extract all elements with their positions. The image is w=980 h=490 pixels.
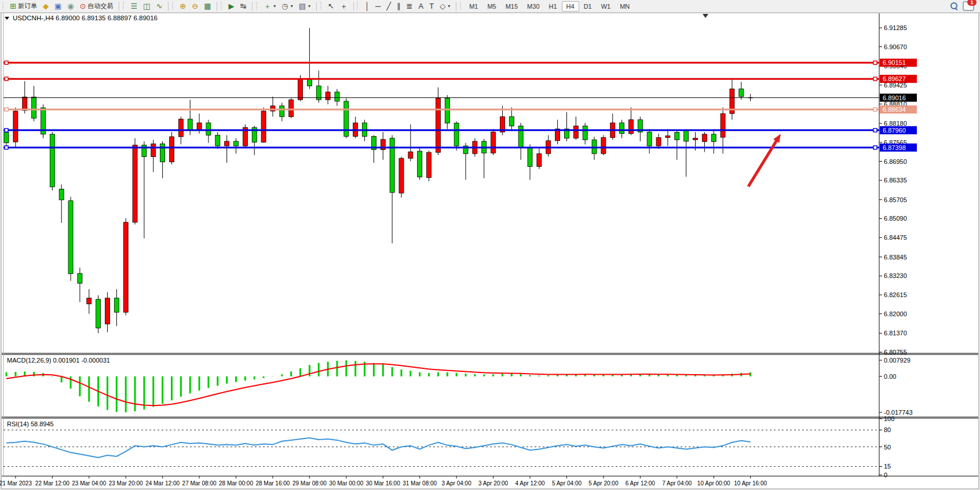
level-handle-right[interactable] (873, 77, 877, 81)
bar-chart-button[interactable]: ☰ (127, 1, 140, 11)
candle-body (280, 106, 284, 117)
candle-body (427, 152, 432, 178)
horizontal-line-button[interactable]: ─ (372, 1, 383, 11)
vertical-line-icon: │ (365, 2, 370, 10)
navigator-button[interactable]: ▣ (52, 1, 64, 11)
navigator-icon: ▣ (54, 2, 61, 10)
rsi-label: RSI(14) 58.8945 (7, 420, 54, 427)
candle-body (225, 141, 229, 146)
svg-text:6.80755: 6.80755 (884, 349, 907, 356)
candle-body (528, 148, 532, 167)
level-handle-right[interactable] (873, 146, 877, 149)
templates-caret-icon[interactable]: ▾ (308, 3, 310, 9)
candle-body (675, 133, 679, 140)
svg-text:100: 100 (884, 415, 894, 422)
candle-body (50, 134, 54, 187)
templates-button[interactable]: ▤▾ (296, 1, 313, 11)
candle-body (261, 111, 266, 142)
svg-text:6.85705: 6.85705 (884, 196, 907, 203)
candlestick-chart-button[interactable]: ◫ (140, 1, 153, 11)
timeframe-m1-button[interactable]: M1 (465, 1, 482, 12)
periods-caret-icon[interactable]: ▾ (291, 3, 293, 9)
new-order-label: 新订单 (18, 2, 37, 10)
vertical-line-button[interactable]: │ (362, 1, 372, 11)
periods-button[interactable]: ◷▾ (279, 1, 295, 11)
svg-text:6.83845: 6.83845 (884, 254, 907, 261)
svg-text:80: 80 (884, 426, 891, 433)
zoom-out-icon: ⊖ (192, 2, 198, 10)
trendline-button[interactable]: ╱ (383, 1, 394, 11)
level-handle-left[interactable] (5, 146, 8, 149)
timeframe-m15-button[interactable]: M15 (501, 1, 522, 12)
auto-trade-button[interactable]: ⊙自动交易 (77, 1, 116, 12)
candle-body (96, 299, 101, 328)
candle-body (628, 120, 633, 134)
level-handle-left[interactable] (5, 61, 8, 64)
chat-badge: 1 (967, 0, 977, 6)
level-handle-left[interactable] (5, 129, 8, 132)
auto-scroll-button[interactable]: ▶ (225, 1, 237, 11)
candle-body (32, 97, 36, 118)
timeframe-h1-button[interactable]: H1 (544, 1, 562, 12)
indicators-caret-icon[interactable]: ▾ (273, 3, 276, 9)
cursor-button[interactable]: ↖ (325, 1, 337, 11)
shapes-button[interactable]: ◇▾ (437, 1, 453, 11)
svg-text:6.84475: 6.84475 (884, 234, 907, 241)
price-tag-text: 6.88634 (883, 106, 906, 113)
svg-text:6.88180: 6.88180 (884, 120, 907, 127)
candle-body (509, 116, 514, 126)
level-handle-right[interactable] (873, 61, 877, 64)
tile-windows-button[interactable]: ▦ (201, 1, 214, 11)
profiles-button[interactable]: ◆ (40, 1, 52, 11)
timeframe-h4-button[interactable]: H4 (562, 1, 579, 12)
timeframe-mn-button[interactable]: MN (615, 1, 634, 12)
svg-text:6.86335: 6.86335 (884, 177, 907, 184)
timeframe-d1-button[interactable]: D1 (579, 1, 597, 12)
fibonacci-icon: ≣ (407, 2, 413, 10)
crosshair-button[interactable]: ＋ (337, 1, 350, 11)
candle-body (583, 126, 587, 140)
indicators-button[interactable]: ＋▾ (261, 1, 279, 11)
candle-body (665, 136, 670, 137)
text-button[interactable]: A (416, 1, 427, 11)
candle-body (133, 145, 137, 222)
price-tag-text: 6.89627 (883, 75, 906, 82)
time-axis-label: 30 Mar 00:00 (329, 480, 363, 487)
time-axis-label: 21 Mar 2023 (0, 480, 32, 487)
candle-body (105, 298, 109, 324)
price-tag-text: 6.89016 (883, 94, 906, 101)
candle-body (702, 134, 707, 142)
timeframe-m30-button[interactable]: M30 (522, 1, 544, 12)
candle-body (23, 97, 27, 110)
candle-body (4, 132, 9, 143)
chart-shift-button[interactable]: ↹ (237, 1, 249, 11)
level-handle-left[interactable] (5, 108, 8, 111)
svg-text:6.81370: 6.81370 (884, 330, 907, 337)
time-axis-label: 3 Apr 20:00 (478, 480, 509, 487)
timeframe-w1-button[interactable]: W1 (597, 1, 616, 12)
chat-icon[interactable]: 1 (963, 1, 974, 11)
bar-chart-icon: ☰ (130, 2, 137, 10)
equidistant-channel-button[interactable]: ∥ (394, 1, 404, 11)
price-chart-svg[interactable]: 6.912856.906706.900406.894256.888106.881… (0, 13, 980, 490)
zoom-in-button[interactable]: ⊕ (177, 1, 189, 11)
candle-body (491, 132, 496, 153)
fibonacci-button[interactable]: ≣ (404, 1, 416, 11)
search-icon[interactable] (950, 2, 958, 10)
timeframe-m5-button[interactable]: M5 (482, 1, 500, 12)
candle-body (335, 92, 339, 101)
line-chart-button[interactable]: ∿ (153, 1, 165, 11)
zoom-out-button[interactable]: ⊖ (189, 1, 201, 11)
level-handle-right[interactable] (873, 129, 877, 132)
level-handle-left[interactable] (5, 77, 8, 81)
chart-window[interactable]: 6.912856.906706.900406.894256.888106.881… (0, 13, 980, 490)
shapes-caret-icon[interactable]: ▾ (448, 3, 450, 9)
new-order-button[interactable]: ⊞新订单 (7, 1, 40, 12)
candle-body (169, 137, 174, 162)
time-axis-label: 30 Mar 16:00 (366, 480, 400, 487)
text-label-button[interactable]: T (426, 1, 437, 11)
candle-body (188, 119, 192, 131)
candle-body (270, 106, 275, 111)
level-handle-right[interactable] (873, 108, 877, 111)
signal-button[interactable]: ◉ (64, 1, 76, 11)
